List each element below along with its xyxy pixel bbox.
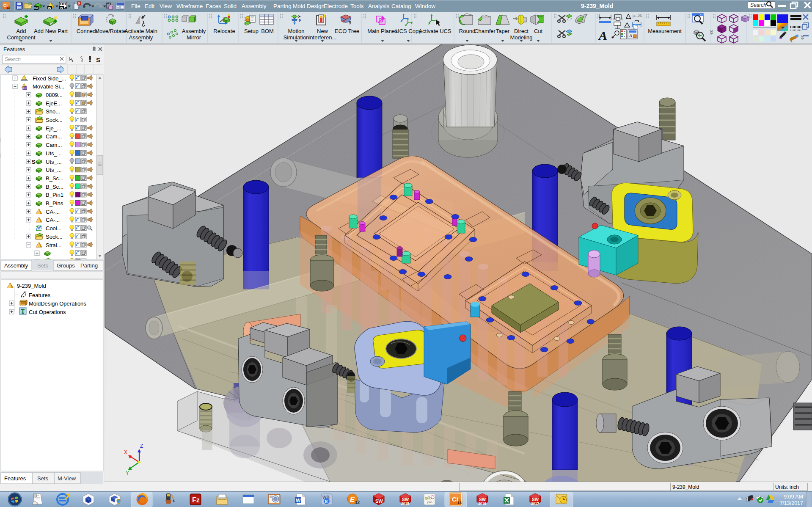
- svg-text:Z: Z: [140, 443, 143, 449]
- svg-text:Sets: Sets: [37, 262, 49, 269]
- svg-text:Y: Y: [126, 470, 129, 476]
- svg-text:X: X: [124, 449, 127, 455]
- svg-text:IN: IN: [48, 6, 51, 10]
- svg-text:Parting: Parting: [80, 262, 98, 269]
- svg-text:IN: IN: [34, 6, 38, 10]
- svg-text:13: 13: [457, 501, 462, 505]
- svg-text:Sets: Sets: [37, 475, 49, 482]
- svg-text:9:09 AM: 9:09 AM: [784, 494, 803, 500]
- svg-text:SW: SW: [375, 499, 383, 504]
- svg-text:2017: 2017: [531, 501, 539, 506]
- svg-text:Cut Operations: Cut Operations: [29, 309, 66, 315]
- svg-text:2015: 2015: [401, 501, 409, 506]
- svg-text:Fz: Fz: [192, 496, 200, 504]
- svg-text:12: 12: [355, 500, 360, 505]
- svg-text:Features: Features: [4, 475, 26, 482]
- svg-text:A: A: [598, 28, 607, 42]
- svg-text:A: A: [629, 33, 632, 38]
- svg-text:pro: pro: [427, 500, 432, 504]
- svg-text:W: W: [296, 498, 301, 504]
- svg-text:Groups: Groups: [57, 262, 75, 269]
- svg-text:M-View: M-View: [58, 475, 76, 482]
- svg-text:Features: Features: [29, 292, 51, 298]
- svg-text:E: E: [350, 496, 355, 504]
- svg-text:9-239_Mold: 9-239_Mold: [17, 283, 46, 289]
- svg-text:Assembly: Assembly: [4, 262, 28, 269]
- svg-text:7/13/2017: 7/13/2017: [779, 500, 803, 506]
- svg-text:IN: IN: [60, 6, 63, 10]
- svg-text:MoldDesign Operations: MoldDesign Operations: [29, 300, 86, 307]
- svg-text:8: 8: [325, 499, 328, 504]
- svg-text:2016: 2016: [478, 501, 486, 506]
